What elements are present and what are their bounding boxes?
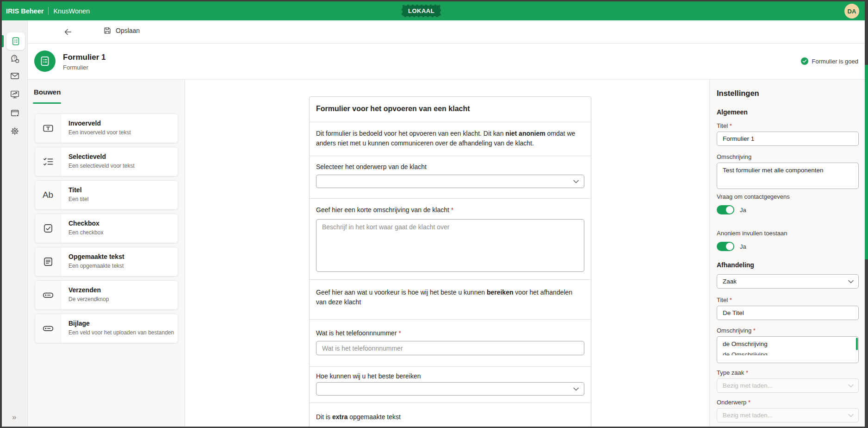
component-invoerveld[interactable]: Invoerveld Een invoerveld voor tekst	[35, 113, 178, 143]
textarea-clipped-line: de Omschrijving	[723, 351, 853, 355]
component-title: Opgemaakte tekst	[68, 253, 124, 260]
subject-select[interactable]	[316, 175, 584, 188]
check-circle-icon	[801, 57, 808, 65]
form-section-intro[interactable]: Dit formulier is bedoeld voor het opvoer…	[310, 122, 591, 156]
form-section-reach[interactable]: Hoe kunnen wij u het beste bereiken	[310, 366, 591, 403]
submit-button-icon	[35, 281, 61, 309]
back-button[interactable]	[63, 27, 73, 37]
anonymous-toggle-label: Anoniem invullen toestaan	[717, 230, 787, 237]
chevron-down-icon	[848, 280, 854, 283]
required-asterisk: *	[451, 206, 453, 214]
form-section-contact-text[interactable]: Geef hier aan wat u voorkeur is hoe wij …	[310, 279, 591, 319]
required-asterisk: *	[746, 369, 748, 376]
form-section-phone[interactable]: Wat is het telefoonnnummer *	[310, 319, 591, 366]
subject-select: Bezig met laden...	[717, 408, 859, 422]
textarea-scrollbar-thumb[interactable]	[856, 338, 858, 350]
active-indicator	[2, 35, 4, 47]
tab-bouwen[interactable]: Bouwen	[34, 88, 61, 96]
component-description: Een veld voor het uploaden van bestanden	[68, 329, 174, 336]
back-arrow-icon	[63, 27, 73, 37]
component-checkbox[interactable]: Checkbox Een checkbox	[35, 214, 178, 243]
window-scrollbar[interactable]	[865, 0, 868, 428]
title-label: Titel *	[717, 122, 732, 129]
sidebar-item-chat[interactable]: ?	[10, 54, 20, 64]
select-field-icon	[35, 147, 61, 176]
description-textarea[interactable]: Test formulier met alle componenten	[717, 163, 859, 189]
sidebar-item-forms[interactable]	[6, 32, 25, 50]
select-placeholder: Bezig met laden...	[723, 382, 773, 389]
component-verzenden[interactable]: Verzenden De verzendknop	[35, 280, 178, 310]
settings-heading: Instellingen	[717, 89, 759, 98]
component-selectieveld[interactable]: Selectieveld Een selectieveld voor tekst	[35, 147, 178, 176]
sidebar-item-dashboard[interactable]	[10, 89, 20, 100]
handling-title-input[interactable]	[717, 306, 859, 320]
reach-select[interactable]	[316, 382, 584, 396]
component-opgemaakte-tekst[interactable]: Opgemaakte tekst Een opgemaakte tekst	[35, 247, 178, 277]
sidebar-item-settings[interactable]	[10, 126, 20, 136]
select-value: Zaak	[723, 278, 737, 285]
required-asterisk: *	[748, 399, 750, 406]
title-input[interactable]	[717, 132, 859, 146]
attachment-field-icon	[35, 314, 61, 343]
component-description: Een titel	[68, 196, 88, 202]
sidebar-item-mail[interactable]	[10, 71, 20, 81]
form-canvas: Formulier voor het opvoeren van een klac…	[185, 80, 709, 427]
field-label: Selecteer het onderwerp van de klacht	[316, 163, 427, 170]
handling-type-select[interactable]: Zaak	[717, 274, 859, 289]
extra-text: Dit is extra opgemaakte tekst	[316, 412, 584, 422]
intro-text: Dit formulier is bedoeld voor het opvoer…	[316, 129, 584, 148]
status-badge: Formulier is goed	[801, 57, 858, 65]
brand-divider	[48, 7, 49, 15]
sidebar-item-devices[interactable]	[10, 108, 20, 118]
component-description: Een checkbox	[68, 229, 103, 236]
scrollbar-thumb[interactable]	[865, 65, 868, 259]
anonymous-toggle[interactable]	[717, 242, 734, 251]
form-section-heading[interactable]: Formulier voor het opvoeren van een klac…	[310, 97, 591, 122]
brand: IRIS Beheer KnusWonen	[2, 7, 90, 15]
required-asterisk: *	[753, 327, 756, 334]
user-avatar[interactable]: DA	[844, 4, 859, 19]
top-bar: IRIS Beheer KnusWonen LOKAAL DA	[2, 1, 865, 20]
component-title: Selectieveld	[68, 153, 106, 160]
window-frame-left	[0, 0, 2, 428]
case-type-select: Bezig met laden...	[717, 378, 859, 393]
handling-description-label: Omschrijving *	[717, 327, 756, 334]
component-description: Een opgemaakte tekst	[68, 263, 124, 269]
select-placeholder: Bezig met laden...	[723, 412, 773, 419]
component-titel[interactable]: Ab Titel Een titel	[35, 180, 178, 210]
page-subtitle: Formulier	[63, 64, 88, 71]
checkbox-icon	[35, 214, 61, 243]
status-text: Formulier is goed	[812, 58, 858, 65]
field-label: Hoe kunnen wij u het beste bereiken	[316, 372, 421, 380]
form-section-extra-text[interactable]: Dit is extra opgemaakte tekst	[310, 403, 591, 428]
environment-badge: LOKAAL	[402, 5, 441, 17]
phone-input[interactable]	[316, 341, 584, 355]
contact-text: Geef hier aan wat u voorkeur is hoe wij …	[316, 288, 584, 307]
handling-heading: Afhandeling	[717, 261, 754, 269]
page-title: Formulier 1	[63, 53, 106, 62]
input-field-icon	[35, 114, 61, 143]
contact-toggle[interactable]	[717, 205, 734, 214]
app-title: IRIS Beheer	[6, 7, 43, 15]
description-textarea[interactable]	[316, 219, 584, 272]
field-label: Geef hier een korte omschrijving van de …	[316, 206, 453, 214]
page-header: Formulier 1 Formulier Formulier is goed	[28, 44, 865, 80]
component-bijlage[interactable]: Bijlage Een veld voor het uploaden van b…	[35, 314, 178, 343]
form-builder-icon	[11, 36, 21, 46]
window-frame-top	[0, 0, 868, 1]
form-section-subject[interactable]: Selecteer het onderwerp van de klacht	[310, 156, 591, 198]
form-heading: Formulier voor het opvoeren van een klac…	[316, 105, 470, 113]
collapse-rail-button[interactable]: »	[12, 413, 16, 422]
general-heading: Algemeen	[717, 108, 748, 116]
form-section-description[interactable]: Geef hier een korte omschrijving van de …	[310, 198, 591, 279]
toggle-knob	[726, 243, 733, 250]
svg-text:?: ?	[13, 56, 16, 60]
textarea-value: de Omschrijving	[723, 340, 853, 347]
toolbar: Opslaan	[28, 20, 865, 44]
component-description: De verzendknop	[68, 296, 109, 302]
form-preview-card: Formulier voor het opvoeren van een klac…	[309, 96, 591, 428]
save-label: Opslaan	[116, 27, 140, 34]
save-button[interactable]: Opslaan	[103, 26, 140, 35]
richtext-icon	[35, 247, 61, 276]
handling-description-textarea[interactable]: de Omschrijving de Omschrijving	[717, 336, 859, 363]
